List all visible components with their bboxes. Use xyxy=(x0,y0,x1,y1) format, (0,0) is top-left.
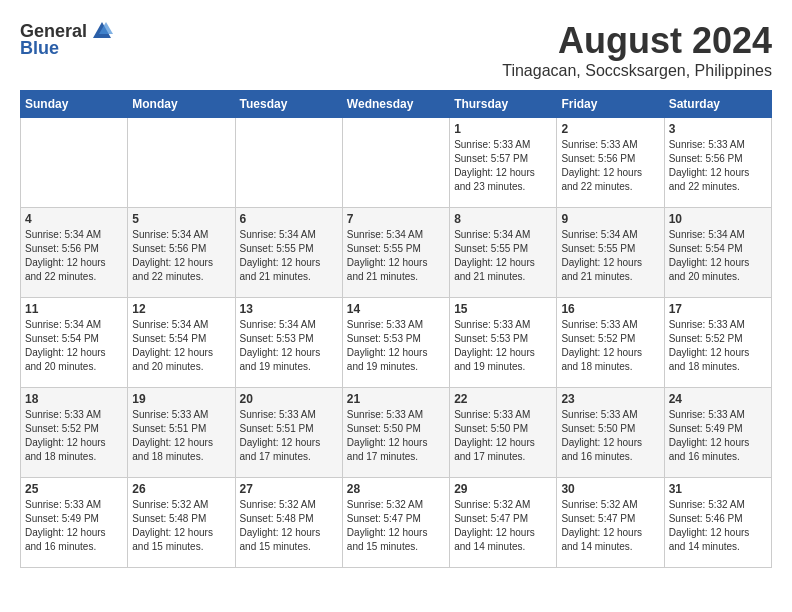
calendar-cell: 3Sunrise: 5:33 AMSunset: 5:56 PMDaylight… xyxy=(664,118,771,208)
calendar-cell: 16Sunrise: 5:33 AMSunset: 5:52 PMDayligh… xyxy=(557,298,664,388)
day-number: 14 xyxy=(347,302,445,316)
calendar-week-3: 11Sunrise: 5:34 AMSunset: 5:54 PMDayligh… xyxy=(21,298,772,388)
day-number: 24 xyxy=(669,392,767,406)
calendar-cell: 19Sunrise: 5:33 AMSunset: 5:51 PMDayligh… xyxy=(128,388,235,478)
day-info: Sunrise: 5:33 AMSunset: 5:52 PMDaylight:… xyxy=(25,408,123,464)
calendar-cell: 12Sunrise: 5:34 AMSunset: 5:54 PMDayligh… xyxy=(128,298,235,388)
day-info: Sunrise: 5:34 AMSunset: 5:54 PMDaylight:… xyxy=(669,228,767,284)
calendar-cell: 26Sunrise: 5:32 AMSunset: 5:48 PMDayligh… xyxy=(128,478,235,568)
day-info: Sunrise: 5:34 AMSunset: 5:54 PMDaylight:… xyxy=(25,318,123,374)
calendar-cell: 11Sunrise: 5:34 AMSunset: 5:54 PMDayligh… xyxy=(21,298,128,388)
day-number: 25 xyxy=(25,482,123,496)
calendar-cell: 8Sunrise: 5:34 AMSunset: 5:55 PMDaylight… xyxy=(450,208,557,298)
day-info: Sunrise: 5:32 AMSunset: 5:47 PMDaylight:… xyxy=(561,498,659,554)
calendar-cell: 24Sunrise: 5:33 AMSunset: 5:49 PMDayligh… xyxy=(664,388,771,478)
day-info: Sunrise: 5:33 AMSunset: 5:50 PMDaylight:… xyxy=(561,408,659,464)
calendar-cell: 21Sunrise: 5:33 AMSunset: 5:50 PMDayligh… xyxy=(342,388,449,478)
day-number: 23 xyxy=(561,392,659,406)
calendar-cell: 4Sunrise: 5:34 AMSunset: 5:56 PMDaylight… xyxy=(21,208,128,298)
calendar-header-friday: Friday xyxy=(557,91,664,118)
calendar-cell: 22Sunrise: 5:33 AMSunset: 5:50 PMDayligh… xyxy=(450,388,557,478)
day-info: Sunrise: 5:32 AMSunset: 5:47 PMDaylight:… xyxy=(347,498,445,554)
day-info: Sunrise: 5:33 AMSunset: 5:50 PMDaylight:… xyxy=(454,408,552,464)
day-number: 30 xyxy=(561,482,659,496)
day-number: 26 xyxy=(132,482,230,496)
day-info: Sunrise: 5:33 AMSunset: 5:49 PMDaylight:… xyxy=(669,408,767,464)
day-number: 6 xyxy=(240,212,338,226)
calendar-cell: 1Sunrise: 5:33 AMSunset: 5:57 PMDaylight… xyxy=(450,118,557,208)
calendar-week-2: 4Sunrise: 5:34 AMSunset: 5:56 PMDaylight… xyxy=(21,208,772,298)
day-info: Sunrise: 5:34 AMSunset: 5:54 PMDaylight:… xyxy=(132,318,230,374)
calendar-header-row: SundayMondayTuesdayWednesdayThursdayFrid… xyxy=(21,91,772,118)
calendar-header-thursday: Thursday xyxy=(450,91,557,118)
calendar-cell: 14Sunrise: 5:33 AMSunset: 5:53 PMDayligh… xyxy=(342,298,449,388)
day-info: Sunrise: 5:33 AMSunset: 5:50 PMDaylight:… xyxy=(347,408,445,464)
day-number: 3 xyxy=(669,122,767,136)
day-number: 15 xyxy=(454,302,552,316)
location: Tinagacan, Soccsksargen, Philippines xyxy=(502,62,772,80)
day-info: Sunrise: 5:33 AMSunset: 5:57 PMDaylight:… xyxy=(454,138,552,194)
calendar-cell: 18Sunrise: 5:33 AMSunset: 5:52 PMDayligh… xyxy=(21,388,128,478)
day-info: Sunrise: 5:32 AMSunset: 5:47 PMDaylight:… xyxy=(454,498,552,554)
calendar-week-1: 1Sunrise: 5:33 AMSunset: 5:57 PMDaylight… xyxy=(21,118,772,208)
day-info: Sunrise: 5:33 AMSunset: 5:51 PMDaylight:… xyxy=(132,408,230,464)
calendar-cell: 30Sunrise: 5:32 AMSunset: 5:47 PMDayligh… xyxy=(557,478,664,568)
day-info: Sunrise: 5:34 AMSunset: 5:55 PMDaylight:… xyxy=(561,228,659,284)
day-info: Sunrise: 5:32 AMSunset: 5:48 PMDaylight:… xyxy=(132,498,230,554)
day-info: Sunrise: 5:33 AMSunset: 5:51 PMDaylight:… xyxy=(240,408,338,464)
calendar-cell: 2Sunrise: 5:33 AMSunset: 5:56 PMDaylight… xyxy=(557,118,664,208)
calendar-header-monday: Monday xyxy=(128,91,235,118)
day-number: 13 xyxy=(240,302,338,316)
month-title: August 2024 xyxy=(502,20,772,62)
day-number: 9 xyxy=(561,212,659,226)
calendar-cell: 27Sunrise: 5:32 AMSunset: 5:48 PMDayligh… xyxy=(235,478,342,568)
day-number: 22 xyxy=(454,392,552,406)
day-number: 17 xyxy=(669,302,767,316)
day-number: 21 xyxy=(347,392,445,406)
calendar-cell: 7Sunrise: 5:34 AMSunset: 5:55 PMDaylight… xyxy=(342,208,449,298)
calendar-week-4: 18Sunrise: 5:33 AMSunset: 5:52 PMDayligh… xyxy=(21,388,772,478)
calendar: SundayMondayTuesdayWednesdayThursdayFrid… xyxy=(20,90,772,568)
day-number: 20 xyxy=(240,392,338,406)
calendar-cell: 9Sunrise: 5:34 AMSunset: 5:55 PMDaylight… xyxy=(557,208,664,298)
calendar-header-saturday: Saturday xyxy=(664,91,771,118)
calendar-cell: 29Sunrise: 5:32 AMSunset: 5:47 PMDayligh… xyxy=(450,478,557,568)
calendar-header-wednesday: Wednesday xyxy=(342,91,449,118)
calendar-cell: 28Sunrise: 5:32 AMSunset: 5:47 PMDayligh… xyxy=(342,478,449,568)
day-number: 31 xyxy=(669,482,767,496)
day-number: 7 xyxy=(347,212,445,226)
day-info: Sunrise: 5:34 AMSunset: 5:53 PMDaylight:… xyxy=(240,318,338,374)
day-number: 8 xyxy=(454,212,552,226)
day-info: Sunrise: 5:34 AMSunset: 5:56 PMDaylight:… xyxy=(132,228,230,284)
day-info: Sunrise: 5:34 AMSunset: 5:55 PMDaylight:… xyxy=(347,228,445,284)
calendar-cell: 13Sunrise: 5:34 AMSunset: 5:53 PMDayligh… xyxy=(235,298,342,388)
day-number: 2 xyxy=(561,122,659,136)
calendar-header-tuesday: Tuesday xyxy=(235,91,342,118)
calendar-cell: 23Sunrise: 5:33 AMSunset: 5:50 PMDayligh… xyxy=(557,388,664,478)
day-number: 1 xyxy=(454,122,552,136)
day-info: Sunrise: 5:33 AMSunset: 5:49 PMDaylight:… xyxy=(25,498,123,554)
day-number: 12 xyxy=(132,302,230,316)
day-number: 11 xyxy=(25,302,123,316)
calendar-cell: 17Sunrise: 5:33 AMSunset: 5:52 PMDayligh… xyxy=(664,298,771,388)
calendar-cell xyxy=(21,118,128,208)
day-number: 18 xyxy=(25,392,123,406)
day-info: Sunrise: 5:32 AMSunset: 5:48 PMDaylight:… xyxy=(240,498,338,554)
day-info: Sunrise: 5:33 AMSunset: 5:53 PMDaylight:… xyxy=(347,318,445,374)
header: General Blue August 2024 Tinagacan, Socc… xyxy=(20,20,772,80)
logo-icon xyxy=(91,20,113,42)
day-info: Sunrise: 5:33 AMSunset: 5:56 PMDaylight:… xyxy=(669,138,767,194)
day-number: 5 xyxy=(132,212,230,226)
day-info: Sunrise: 5:33 AMSunset: 5:56 PMDaylight:… xyxy=(561,138,659,194)
day-info: Sunrise: 5:34 AMSunset: 5:55 PMDaylight:… xyxy=(454,228,552,284)
day-info: Sunrise: 5:33 AMSunset: 5:52 PMDaylight:… xyxy=(561,318,659,374)
calendar-cell: 31Sunrise: 5:32 AMSunset: 5:46 PMDayligh… xyxy=(664,478,771,568)
calendar-week-5: 25Sunrise: 5:33 AMSunset: 5:49 PMDayligh… xyxy=(21,478,772,568)
day-number: 10 xyxy=(669,212,767,226)
calendar-cell: 5Sunrise: 5:34 AMSunset: 5:56 PMDaylight… xyxy=(128,208,235,298)
calendar-header-sunday: Sunday xyxy=(21,91,128,118)
day-info: Sunrise: 5:33 AMSunset: 5:53 PMDaylight:… xyxy=(454,318,552,374)
calendar-cell xyxy=(342,118,449,208)
day-number: 29 xyxy=(454,482,552,496)
day-info: Sunrise: 5:34 AMSunset: 5:55 PMDaylight:… xyxy=(240,228,338,284)
